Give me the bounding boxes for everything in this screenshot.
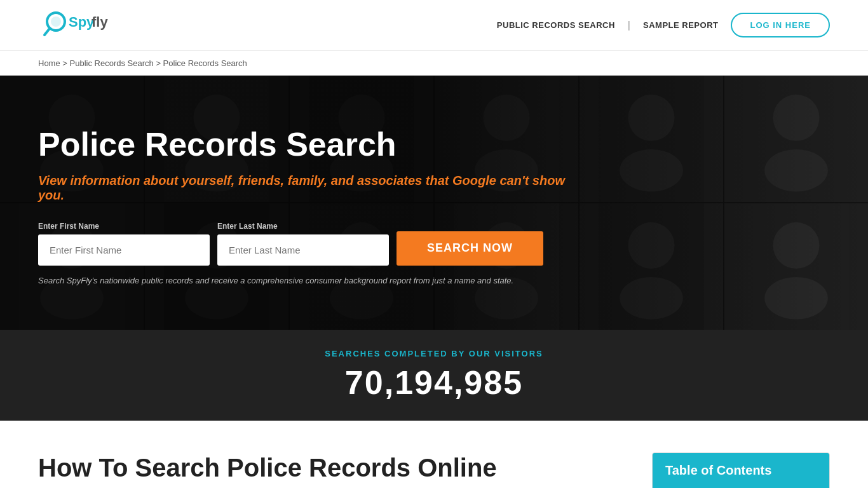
first-name-group: Enter First Name: [38, 222, 210, 266]
search-now-button[interactable]: SEARCH NOW: [397, 231, 543, 266]
nav-sample-report-link[interactable]: SAMPLE REPORT: [643, 20, 718, 30]
content-area: How To Search Police Records Online Ther…: [0, 421, 868, 488]
main-nav: PUBLIC RECORDS SEARCH | SAMPLE REPORT LO…: [497, 13, 830, 37]
last-name-label: Enter Last Name: [217, 222, 389, 231]
hero-disclaimer: Search SpyFly's nationwide public record…: [38, 276, 578, 285]
svg-point-2: [51, 17, 61, 27]
nav-divider: |: [628, 20, 630, 31]
site-header: Spy fly PUBLIC RECORDS SEARCH | SAMPLE R…: [0, 0, 868, 51]
svg-text:Spy: Spy: [69, 14, 95, 30]
search-form: Enter First Name Enter Last Name SEARCH …: [38, 222, 578, 266]
hero-section: Police Records Search View information a…: [0, 76, 868, 330]
first-name-input[interactable]: [38, 234, 210, 266]
sidebar: Table of Contents Police Records How Do …: [652, 452, 830, 488]
hero-content: Police Records Search View information a…: [38, 126, 578, 285]
last-name-input[interactable]: [217, 234, 389, 266]
table-of-contents: Table of Contents Police Records How Do …: [652, 452, 830, 488]
hero-title: Police Records Search: [38, 126, 578, 163]
breadcrumb-public-records[interactable]: Public Records Search: [70, 58, 154, 68]
svg-text:fly: fly: [92, 14, 108, 30]
breadcrumb-home[interactable]: Home: [38, 58, 60, 68]
stats-number: 70,194,985: [13, 363, 855, 402]
login-button[interactable]: LOG IN HERE: [731, 13, 830, 37]
toc-header: Table of Contents: [653, 453, 829, 488]
breadcrumb-current: Police Records Search: [163, 58, 247, 68]
nav-public-records-link[interactable]: PUBLIC RECORDS SEARCH: [497, 20, 615, 30]
hero-subtitle: View information about yourself, friends…: [38, 173, 578, 203]
stats-label: SEARCHES COMPLETED BY OUR VISITORS: [13, 349, 855, 358]
article-title: How To Search Police Records Online: [38, 452, 627, 483]
svg-line-1: [44, 29, 50, 35]
main-content: How To Search Police Records Online Ther…: [38, 452, 627, 488]
logo[interactable]: Spy fly: [38, 8, 127, 43]
first-name-label: Enter First Name: [38, 222, 210, 231]
last-name-group: Enter Last Name: [217, 222, 389, 266]
breadcrumb-bar: Home > Public Records Search > Police Re…: [0, 51, 868, 76]
stats-bar: SEARCHES COMPLETED BY OUR VISITORS 70,19…: [0, 330, 868, 421]
breadcrumb: Home > Public Records Search > Police Re…: [38, 58, 247, 68]
